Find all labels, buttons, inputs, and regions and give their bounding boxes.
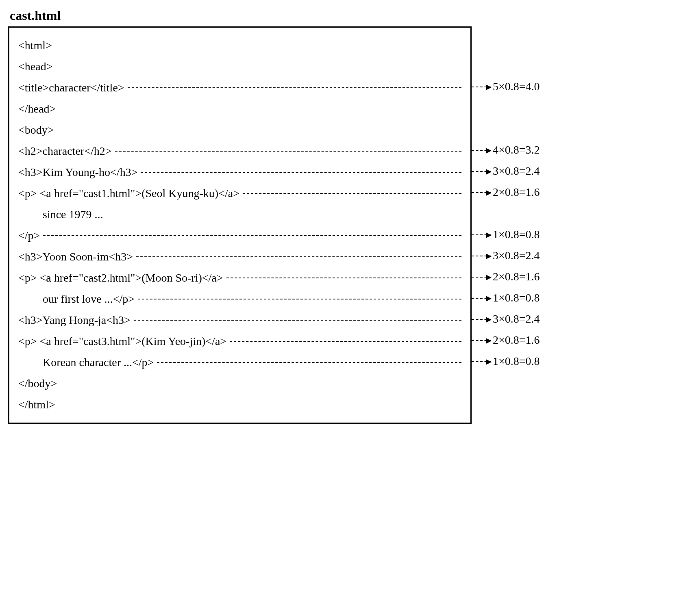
arrow-head-icon bbox=[486, 232, 492, 238]
arrow-dash bbox=[230, 341, 461, 342]
arrow-head-icon bbox=[486, 317, 492, 323]
code-line: </head> bbox=[18, 98, 56, 119]
code-line: <h3>Yang Hong-ja<h3> bbox=[18, 310, 131, 331]
arrow-dash bbox=[43, 235, 461, 236]
annotation-value: 4×0.8=3.2 bbox=[491, 139, 540, 161]
code-line: <p> <a href="cast3.html">(Kim Yeo-jin)</… bbox=[18, 331, 226, 352]
code-line: </p> bbox=[18, 225, 40, 246]
code-line: <p> <a href="cast1.html">(Seol Kyung-ku)… bbox=[18, 183, 239, 204]
annotation-value: 1×0.8=0.8 bbox=[491, 224, 540, 245]
arrow-head-icon bbox=[486, 169, 492, 175]
code-line: our first love ...</p> bbox=[18, 288, 135, 310]
arrow-head-icon bbox=[486, 275, 492, 280]
code-line: </body> bbox=[18, 373, 57, 394]
code-line: <title>character</title> bbox=[18, 77, 124, 98]
arrow-dash bbox=[243, 193, 461, 194]
code-line: since 1979 ... bbox=[18, 204, 103, 225]
annotation-value: 1×0.8=0.8 bbox=[491, 287, 540, 308]
arrow-dash bbox=[157, 362, 461, 363]
code-box: <html> <head> <title>character</title> <… bbox=[8, 26, 472, 424]
code-line: Korean character ...</p> bbox=[18, 352, 154, 373]
arrow-dash bbox=[138, 299, 461, 299]
annotation-value: 2×0.8=1.6 bbox=[491, 330, 540, 351]
code-diagram: <html> <head> <title>character</title> <… bbox=[8, 26, 673, 424]
arrow-head-icon bbox=[486, 148, 492, 154]
annotation-value: 5×0.8=4.0 bbox=[491, 76, 540, 97]
arrow-head-icon bbox=[486, 338, 492, 344]
code-line: <h2>character</h2> bbox=[18, 141, 112, 162]
arrow-dash bbox=[136, 256, 461, 257]
arrow-head-icon bbox=[486, 85, 492, 90]
code-line: <p> <a href="cast2.html">(Moon So-ri)</a… bbox=[18, 267, 223, 288]
code-line: <h3>Yoon Soon-im<h3> bbox=[18, 246, 133, 267]
arrow-dash bbox=[134, 320, 461, 321]
annotations-column: 5×0.8=4.0 4×0.8=3.2 3×0.8=2.4 2×0.8=1.6 … bbox=[476, 26, 540, 414]
annotation-value: 3×0.8=2.4 bbox=[491, 245, 540, 266]
filename-title: cast.html bbox=[10, 8, 673, 23]
annotation-value: 2×0.8=1.6 bbox=[491, 182, 540, 203]
code-line: <h3>Kim Young-ho</h3> bbox=[18, 162, 137, 183]
annotation-value: 3×0.8=2.4 bbox=[491, 161, 540, 182]
arrow-dash bbox=[141, 172, 461, 173]
arrow-dash bbox=[115, 151, 461, 152]
arrow-head-icon bbox=[486, 254, 492, 259]
arrow-head-icon bbox=[486, 190, 492, 196]
code-line: <html> bbox=[18, 35, 52, 56]
code-line: </html> bbox=[18, 394, 55, 415]
code-line: <body> bbox=[18, 119, 54, 141]
annotation-value: 1×0.8=0.8 bbox=[491, 351, 540, 372]
arrow-dash bbox=[226, 278, 461, 278]
arrow-dash bbox=[128, 87, 461, 88]
arrow-head-icon bbox=[486, 359, 492, 365]
annotation-value: 3×0.8=2.4 bbox=[491, 308, 540, 330]
code-line: <head> bbox=[18, 56, 52, 77]
annotation-value: 2×0.8=1.6 bbox=[491, 266, 540, 287]
arrow-head-icon bbox=[486, 296, 492, 301]
